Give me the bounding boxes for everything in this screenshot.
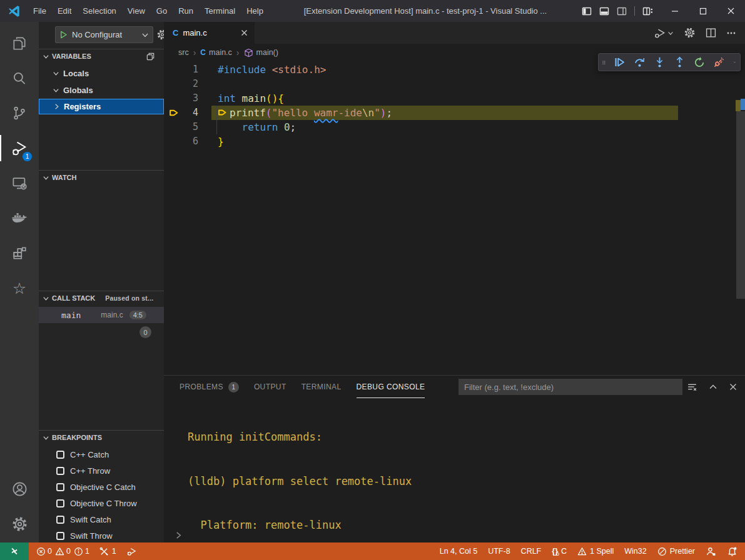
breakpoint-row[interactable]: C++ Throw [39, 462, 164, 479]
call-stack-frame-row[interactable]: main main.c 4:5 [39, 307, 164, 323]
window-title: [Extension Development Host] main.c - te… [269, 6, 582, 16]
docker-icon[interactable] [0, 201, 39, 236]
source-control-icon[interactable] [0, 96, 39, 131]
checkbox[interactable] [56, 532, 64, 540]
eol-indicator[interactable]: CRLF [521, 547, 542, 556]
tab-terminal[interactable]: TERMINAL [302, 376, 342, 398]
frame-file: main.c [101, 311, 123, 319]
copy-icon[interactable] [146, 52, 155, 61]
breakpoints-section-header[interactable]: BREAKPOINTS [39, 430, 164, 444]
toggle-secondary-sidebar-icon[interactable] [617, 6, 627, 16]
feedback-person-icon[interactable] [706, 546, 716, 557]
code-token: ; [386, 107, 392, 119]
editor-gear-icon[interactable] [684, 27, 696, 39]
checkbox[interactable] [56, 451, 64, 459]
chevron-down-icon[interactable] [733, 59, 736, 66]
menu-run[interactable]: Run [173, 3, 199, 19]
code-token: printf [230, 107, 266, 119]
variables-scope-locals[interactable]: Locals [39, 66, 164, 81]
frame-function: main [61, 311, 81, 320]
watch-section-header[interactable]: WATCH [39, 170, 164, 184]
platform-indicator[interactable]: Win32 [624, 547, 646, 556]
explorer-icon[interactable] [0, 26, 39, 61]
cursor-position[interactable]: Ln 4, Col 5 [440, 547, 477, 556]
notifications-bell-icon[interactable] [727, 546, 737, 557]
spell-checker-status[interactable]: 1 Spell [577, 547, 614, 556]
debug-configuration-dropdown[interactable]: No Configurat [55, 26, 153, 43]
remote-indicator[interactable] [0, 542, 29, 560]
breadcrumb-file[interactable]: main.c [209, 48, 232, 57]
breakpoint-row[interactable]: Objective C Throw [39, 495, 164, 511]
split-editor-icon[interactable] [706, 28, 716, 38]
breakpoint-row[interactable]: Swift Throw [39, 528, 164, 542]
close-window-button[interactable] [717, 0, 745, 22]
console-input-chevron-icon[interactable] [174, 531, 183, 540]
checkbox[interactable] [56, 516, 64, 524]
menu-view[interactable]: View [122, 3, 151, 19]
toggle-sidebar-icon[interactable] [582, 6, 592, 16]
debug-console-filter-input[interactable] [459, 379, 682, 395]
run-and-debug-icon[interactable]: 1 [0, 131, 39, 166]
code-area[interactable]: 1 #include <stdio.h> 2 3 int main(){ 4 p… [164, 61, 745, 375]
maximize-button[interactable] [689, 0, 717, 22]
maximize-panel-icon[interactable] [709, 382, 717, 391]
editor-tab-bar: C main.c [164, 22, 745, 44]
step-into-button[interactable] [654, 56, 666, 68]
variables-scope-globals[interactable]: Globals [39, 82, 164, 98]
toggle-panel-icon[interactable] [599, 6, 609, 16]
debug-configure-gear-icon[interactable] [156, 29, 164, 41]
run-or-debug-button[interactable] [654, 27, 674, 39]
menu-terminal[interactable]: Terminal [199, 3, 241, 19]
toolbar-drag-grip[interactable] [602, 58, 606, 68]
debug-console-output[interactable]: Running initCommands: (lldb) platform se… [188, 401, 540, 560]
breakpoint-row[interactable]: Objective C Catch [39, 479, 164, 495]
customize-layout-icon[interactable] [642, 6, 653, 16]
language-mode[interactable]: {}C [552, 547, 567, 556]
start-debug-play-icon [59, 31, 68, 39]
menu-edit[interactable]: Edit [52, 3, 77, 19]
breakpoint-row[interactable]: Swift Catch [39, 511, 164, 528]
menu-help[interactable]: Help [241, 3, 269, 19]
encoding-indicator[interactable]: UTF-8 [488, 547, 510, 556]
breadcrumb-folder[interactable]: src [178, 48, 189, 57]
step-out-button[interactable] [674, 56, 686, 68]
menu-file[interactable]: File [28, 3, 52, 19]
breadcrumb-symbol[interactable]: main() [256, 48, 278, 57]
toolchain-status[interactable]: 1 [99, 547, 116, 556]
call-stack-section-header[interactable]: CALL STACK Paused on st... [39, 291, 164, 305]
variables-scope-registers[interactable]: Registers [39, 99, 164, 114]
continue-button[interactable] [614, 56, 626, 68]
restart-button[interactable] [694, 57, 705, 68]
editor-scrollbar[interactable] [736, 111, 745, 299]
minimize-button[interactable] [661, 0, 689, 22]
tab-problems[interactable]: PROBLEMS1 [180, 376, 239, 398]
close-panel-icon[interactable] [729, 382, 737, 391]
search-icon[interactable] [0, 61, 39, 96]
variables-section-header[interactable]: VARIABLES [39, 49, 164, 63]
formatter-status[interactable]: Prettier [657, 547, 695, 556]
checkbox[interactable] [56, 467, 64, 475]
code-token: return [218, 121, 284, 133]
tab-output[interactable]: OUTPUT [254, 376, 286, 398]
overview-ruler-mark [736, 100, 741, 111]
extensions-icon[interactable] [0, 236, 39, 271]
accounts-icon[interactable] [0, 471, 39, 506]
settings-gear-icon[interactable] [0, 506, 39, 541]
clear-console-icon[interactable] [687, 382, 697, 392]
problems-status[interactable]: 0 0 1 [36, 547, 89, 556]
close-tab-icon[interactable] [240, 29, 248, 37]
breakpoint-row[interactable]: C++ Catch [39, 446, 164, 462]
menu-selection[interactable]: Selection [77, 3, 121, 19]
menu-go[interactable]: Go [151, 3, 173, 19]
step-over-button[interactable] [634, 56, 646, 68]
remote-explorer-icon[interactable] [0, 166, 39, 201]
tab-debug-console[interactable]: DEBUG CONSOLE [357, 376, 425, 398]
debug-status[interactable] [126, 546, 137, 557]
disconnect-button[interactable] [713, 56, 725, 68]
more-actions-icon[interactable] [726, 28, 736, 38]
star-extension-icon[interactable]: ☆ [0, 271, 39, 306]
tab-main-c[interactable]: C main.c [164, 22, 255, 44]
symbol-cube-icon [244, 48, 253, 58]
checkbox[interactable] [56, 483, 64, 491]
checkbox[interactable] [56, 499, 64, 508]
